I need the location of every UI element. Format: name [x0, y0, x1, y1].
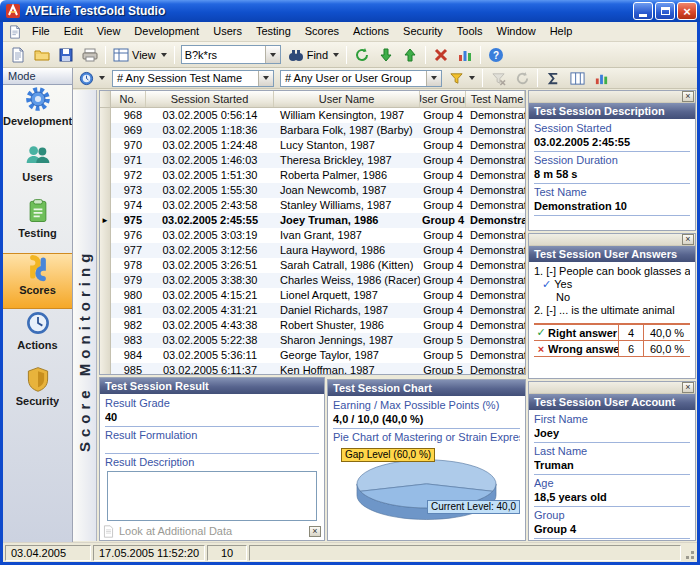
table-row[interactable]: ► 978 03.02.2005 3:26:51 Sarah Catrall, …	[100, 258, 525, 273]
delete-button[interactable]	[429, 44, 453, 66]
table-row[interactable]: ► 976 03.02.2005 3:03:19 Ivan Grant, 198…	[100, 228, 525, 243]
selected-row-arrow-icon: ►	[101, 217, 109, 225]
result-panel-footer: Look at Additional Data ×	[100, 522, 324, 540]
close-answers-panel-button[interactable]: ×	[682, 234, 694, 245]
minimize-button[interactable]	[633, 2, 653, 20]
sidebar-item-development[interactable]: Development	[3, 85, 72, 141]
find-button[interactable]: Find	[284, 44, 343, 66]
divider	[333, 428, 520, 429]
refresh-filter-button[interactable]	[510, 69, 534, 88]
column-header-user-name[interactable]: User Name	[274, 91, 420, 107]
view-button-label: View	[132, 49, 156, 61]
close-account-panel-button[interactable]: ×	[682, 382, 694, 393]
table-row[interactable]: ► 979 03.02.2005 3:38:30 Charles Weiss, …	[100, 273, 525, 288]
clear-filter-button[interactable]	[486, 69, 510, 88]
menu-item[interactable]: Tools	[450, 22, 490, 41]
help-button[interactable]: ?	[484, 44, 508, 66]
menu-item[interactable]: Scores	[298, 22, 346, 41]
maximize-button[interactable]	[655, 2, 675, 20]
table-row[interactable]: ► 972 03.02.2005 1:51:30 Roberta Palmer,…	[100, 168, 525, 183]
cell-user-name: Charles Weiss, 1986 (Racer)	[274, 273, 420, 288]
menu-item[interactable]: Security	[396, 22, 450, 41]
report-button[interactable]	[453, 44, 477, 66]
refresh-button[interactable]	[350, 44, 374, 66]
search-combo[interactable]	[181, 45, 281, 64]
report-chart-button[interactable]	[589, 69, 613, 88]
test-filter-dropdown-button[interactable]	[258, 71, 273, 86]
table-row[interactable]: ► 969 03.02.2005 1:18:36 Barbara Folk, 1…	[100, 123, 525, 138]
column-header-user-group[interactable]: User Group	[420, 91, 466, 107]
menu-item[interactable]: File	[25, 22, 57, 41]
import-button[interactable]	[398, 44, 422, 66]
table-row[interactable]: ► 983 03.02.2005 5:22:38 Sharon Jennings…	[100, 333, 525, 348]
close-description-panel-button[interactable]: ×	[682, 91, 694, 102]
menu-item[interactable]: View	[90, 22, 128, 41]
table-row[interactable]: ► 973 03.02.2005 1:55:30 Joan Newcomb, 1…	[100, 183, 525, 198]
table-row[interactable]: ► 974 03.02.2005 2:43:58 Stanley William…	[100, 198, 525, 213]
sidebar-item-testing[interactable]: Testing	[3, 197, 72, 253]
open-button[interactable]	[30, 44, 54, 66]
table-row[interactable]: ► 982 03.02.2005 4:43:38 Robert Shuster,…	[100, 318, 525, 333]
save-button[interactable]	[54, 44, 78, 66]
table-row[interactable]: ► 968 03.02.2005 0:56:14 William Kensing…	[100, 108, 525, 123]
menu-item[interactable]: Development	[127, 22, 206, 41]
cell-session-started: 03.02.2005 1:51:30	[146, 168, 274, 183]
table-row[interactable]: ► 985 03.02.2005 6:11:37 Ken Hoffman, 19…	[100, 363, 525, 374]
row-selector: ►	[100, 318, 111, 333]
chevron-down-icon	[333, 53, 339, 57]
table-row[interactable]: ► 977 03.02.2005 3:12:56 Laura Hayword, …	[100, 243, 525, 258]
filter-button[interactable]	[445, 69, 479, 88]
sidebar-item-scores[interactable]: Scores	[3, 253, 72, 309]
sidebar-item-security[interactable]: Security	[3, 365, 72, 421]
table-row[interactable]: ► 975 03.02.2005 2:45:55 Joey Truman, 19…	[100, 213, 525, 228]
description-panel-body: Session Started 03.02.2005 2:45:55 Sessi…	[529, 119, 695, 230]
columns-button[interactable]	[565, 69, 589, 88]
resize-grip[interactable]	[682, 547, 695, 560]
row-selector: ►	[100, 198, 111, 213]
session-table: No. Session Started User Name User Group…	[99, 90, 526, 375]
cell-test-name: Demonstration	[466, 243, 525, 258]
row-selector: ►	[100, 183, 111, 198]
close-button[interactable]: ×	[677, 2, 697, 20]
column-header-no[interactable]: No.	[111, 91, 146, 107]
aggregate-button[interactable]	[541, 69, 565, 88]
table-row[interactable]: ► 981 03.02.2005 4:31:21 Daniel Richards…	[100, 303, 525, 318]
table-row[interactable]: ► 970 03.02.2005 1:24:48 Lucy Stanton, 1…	[100, 138, 525, 153]
cell-test-name: Demonstration	[466, 138, 525, 153]
menu-item[interactable]: Edit	[57, 22, 90, 41]
table-row[interactable]: ► 984 03.02.2005 5:36:11 George Taylor, …	[100, 348, 525, 363]
search-dropdown-button[interactable]	[265, 46, 280, 63]
search-input[interactable]	[182, 47, 265, 62]
new-button[interactable]	[6, 44, 30, 66]
current-level-label: Current Level: 40,0	[427, 500, 520, 514]
view-button[interactable]: View	[109, 44, 171, 66]
field-value: Demonstration 10	[534, 199, 690, 213]
table-row[interactable]: ► 971 03.02.2005 1:46:03 Theresa Brickle…	[100, 153, 525, 168]
row-selector: ►	[100, 333, 111, 348]
menu-item[interactable]: Window	[490, 22, 543, 41]
divider	[105, 426, 319, 427]
table-row[interactable]: ► 980 03.02.2005 4:15:21 Lionel Arquett,…	[100, 288, 525, 303]
user-filter-combo[interactable]: # Any User or User Group	[280, 70, 442, 87]
user-filter-dropdown-button[interactable]	[426, 71, 441, 86]
result-description-box[interactable]	[107, 471, 317, 521]
export-button[interactable]	[374, 44, 398, 66]
menu-item[interactable]: Actions	[346, 22, 396, 41]
menu-item[interactable]: Testing	[249, 22, 298, 41]
divider	[105, 453, 319, 454]
test-filter-combo[interactable]: # Any Session Test Name	[112, 70, 274, 87]
status-date: 03.04.2005	[5, 545, 91, 561]
menu-item[interactable]: Users	[206, 22, 249, 41]
column-header-test-name[interactable]: Test Name	[466, 91, 525, 107]
chevron-down-icon	[263, 76, 269, 80]
cell-user-name: Lucy Stanton, 1987	[274, 138, 420, 153]
print-button[interactable]	[78, 44, 102, 66]
cell-user-name: Daniel Richards, 1987	[274, 303, 420, 318]
field-group: Session Started 03.02.2005 2:45:55	[534, 122, 690, 152]
history-filter-button[interactable]	[75, 69, 109, 88]
menu-item[interactable]: Help	[543, 22, 580, 41]
column-header-session-started[interactable]: Session Started	[146, 91, 274, 107]
sidebar-item-users[interactable]: Users	[3, 141, 72, 197]
sidebar-item-actions[interactable]: Actions	[3, 309, 72, 365]
close-bottom-pane-button[interactable]: ×	[309, 526, 321, 537]
